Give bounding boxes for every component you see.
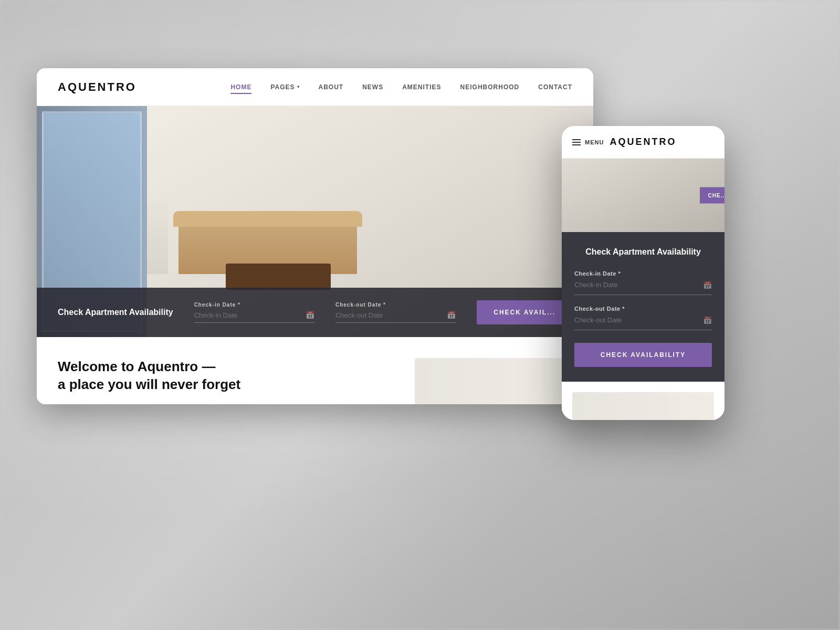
welcome-title: Welcome to Aquentro — a place you will n… (58, 358, 394, 394)
mobile-checkout-wrap: 📅 (574, 316, 712, 330)
checkout-field-group: Check-out Date * 📅 (335, 302, 456, 323)
availability-bar: Check Apartment Availability Check-in Da… (37, 288, 593, 337)
desktop-mockup: AQUENTRO HOME PAGES ▾ ABOUT NEWS AMENITI… (37, 68, 593, 404)
checkin-field-group: Check-in Date * 📅 (194, 302, 314, 323)
checkin-input-wrap: 📅 (194, 311, 314, 323)
mobile-checkin-label: Check-in Date * (574, 270, 712, 277)
mobile-welcome-image (572, 392, 714, 420)
nav-contact[interactable]: CONTACT (538, 83, 572, 91)
nav-home[interactable]: HOME (230, 83, 251, 91)
mobile-availability-form: Check Apartment Availability Check-in Da… (562, 232, 724, 382)
check-availability-button[interactable]: CHECK AVAIL... (477, 300, 572, 324)
mobile-bottom-section (562, 382, 724, 420)
hamburger-line-1 (572, 139, 581, 140)
mobile-checkout-input[interactable] (574, 316, 703, 324)
mobile-hero: CHE... (562, 159, 724, 232)
welcome-text: Welcome to Aquentro — a place you will n… (58, 358, 394, 394)
mobile-nav: MENU AQUENTRO (562, 126, 724, 159)
mobile-checkin-input[interactable] (574, 281, 703, 289)
books-decoration (147, 201, 168, 274)
checkin-label: Check-in Date * (194, 302, 314, 308)
availability-title: Check Apartment Availability (58, 308, 173, 317)
mobile-checkout-label: Check-out Date * (574, 306, 712, 312)
desktop-welcome-section: Welcome to Aquentro — a place you will n… (37, 337, 593, 404)
checkin-calendar-icon: 📅 (306, 311, 314, 319)
mobile-checkin-wrap: 📅 (574, 281, 712, 295)
nav-amenities[interactable]: AMENITIES (402, 83, 441, 91)
nav-news[interactable]: NEWS (362, 83, 383, 91)
checkin-input[interactable] (194, 311, 306, 319)
checkout-input[interactable] (335, 311, 447, 319)
desktop-nav: AQUENTRO HOME PAGES ▾ ABOUT NEWS AMENITI… (37, 68, 593, 106)
welcome-image (415, 358, 572, 404)
mobile-check-availability-button[interactable]: CHECK AVAILABILITY (574, 343, 712, 367)
mobile-logo: AQUENTRO (610, 136, 677, 148)
checkout-calendar-icon: 📅 (447, 311, 456, 319)
desktop-hero: Check Apartment Availability Check-in Da… (37, 106, 593, 337)
nav-neighborhood[interactable]: NEIGHBORHOOD (460, 83, 520, 91)
mobile-checkout-calendar-icon: 📅 (703, 316, 712, 324)
mobile-menu-button[interactable]: MENU (572, 139, 604, 145)
hamburger-line-3 (572, 144, 581, 145)
checkout-label: Check-out Date * (335, 302, 456, 308)
mobile-checkin-calendar-icon: 📅 (703, 281, 712, 289)
desktop-logo: AQUENTRO (58, 80, 230, 94)
hamburger-icon (572, 139, 581, 145)
nav-pages[interactable]: PAGES ▾ (270, 83, 299, 91)
checkout-input-wrap: 📅 (335, 311, 456, 323)
menu-label: MENU (585, 139, 604, 145)
hamburger-line-2 (572, 142, 581, 143)
chevron-down-icon: ▾ (297, 85, 300, 89)
mobile-hero-cta-button[interactable]: CHE... (700, 187, 724, 204)
nav-links: HOME PAGES ▾ ABOUT NEWS AMENITIES NEIGHB… (230, 83, 572, 91)
mobile-mockup: MENU AQUENTRO CHE... Check Apartment Ava… (562, 126, 724, 420)
nav-about[interactable]: ABOUT (319, 83, 344, 91)
mobile-availability-title: Check Apartment Availability (574, 247, 712, 258)
table-decoration (226, 264, 331, 290)
